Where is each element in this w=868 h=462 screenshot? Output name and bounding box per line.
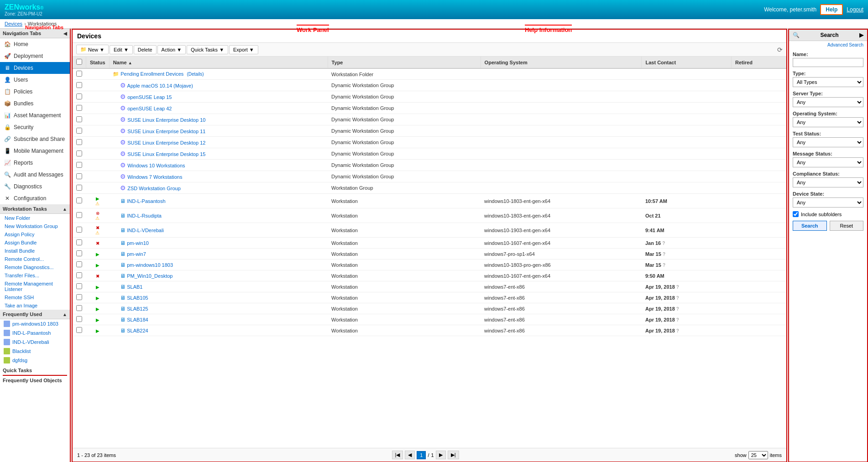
include-subfolders-checkbox[interactable] — [793, 211, 799, 217]
col-name[interactable]: Name ▲ — [109, 57, 328, 68]
server-type-select[interactable]: Any — [793, 97, 863, 107]
row-name-link[interactable]: SLAB105 — [127, 295, 148, 301]
sidebar-item-diagnostics[interactable]: 🔧 Diagnostics — [0, 181, 70, 192]
row-checkbox[interactable] — [76, 173, 82, 179]
help-button[interactable]: Help — [820, 4, 843, 15]
toolbar-action-btn[interactable]: Action ▼ — [157, 45, 186, 54]
row-name-link[interactable]: IND-L-Pasantosh — [127, 198, 165, 204]
row-checkbox[interactable] — [76, 93, 82, 99]
row-name-link[interactable]: PM_Win10_Desktop — [127, 273, 173, 279]
row-name-link[interactable]: IND-L-Rsudipta — [127, 213, 162, 218]
col-type[interactable]: Type — [328, 57, 481, 68]
task-assign-policy[interactable]: Assign Policy — [0, 230, 70, 239]
device-state-select[interactable]: Any — [793, 197, 863, 208]
row-checkbox[interactable] — [76, 197, 82, 203]
row-name-link[interactable]: Pending Enrollment Devices — [120, 71, 183, 77]
col-retired[interactable]: Retired — [732, 57, 786, 68]
row-name-link[interactable]: SLAB125 — [127, 306, 148, 311]
row-checkbox[interactable] — [76, 316, 82, 322]
sidebar-item-bundles[interactable]: 📦 Bundles — [0, 98, 70, 109]
sidebar-item-devices[interactable]: 🖥 Devices — [0, 62, 70, 74]
freq-item-pm-windows10[interactable]: pm-windows10 1803 — [0, 319, 70, 328]
msg-status-select[interactable]: Any — [793, 157, 863, 167]
items-per-page-select[interactable]: 25 50 100 — [748, 451, 768, 459]
compliance-select[interactable]: Any — [793, 177, 863, 187]
task-new-folder[interactable]: New Folder — [0, 214, 70, 222]
row-checkbox[interactable] — [76, 71, 82, 77]
row-checkbox[interactable] — [76, 212, 82, 218]
toolbar-delete-btn[interactable]: Delete — [134, 45, 157, 54]
help-icon[interactable]: ? — [663, 252, 665, 257]
row-checkbox[interactable] — [76, 105, 82, 111]
row-checkbox[interactable] — [76, 151, 82, 156]
row-name-link[interactable]: SUSE Linux Enterprise Desktop 10 — [127, 117, 205, 123]
type-select[interactable]: All Types Workstation Workstation Group … — [793, 77, 863, 87]
row-checkbox[interactable] — [76, 162, 82, 168]
toolbar-new-btn[interactable]: 📁 New ▼ — [76, 45, 109, 54]
reset-btn[interactable]: Reset — [830, 221, 864, 231]
task-remote-mgmt[interactable]: Remote Management Listener — [0, 280, 70, 293]
row-checkbox[interactable] — [76, 294, 82, 300]
sidebar-item-deployment[interactable]: 🚀 Deployment — [0, 50, 70, 62]
next-page-btn[interactable]: ▶ — [436, 451, 446, 459]
breadcrumb-devices[interactable]: Devices — [5, 21, 22, 26]
sidebar-item-configuration[interactable]: ✕ Configuration — [0, 192, 70, 204]
help-icon[interactable]: ? — [676, 306, 679, 311]
task-assign-bundle[interactable]: Assign Bundle — [0, 239, 70, 247]
task-new-group[interactable]: New Workstation Group — [0, 222, 70, 230]
row-name-link[interactable]: SUSE Linux Enterprise Desktop 11 — [127, 129, 205, 134]
help-icon[interactable]: ? — [663, 263, 665, 268]
row-name-link[interactable]: Apple macOS 10.14 (Mojave) — [127, 83, 193, 88]
row-checkbox[interactable] — [76, 261, 82, 267]
row-name-link[interactable]: openSUSE Leap 42 — [127, 106, 172, 111]
logout-link[interactable]: Logout — [847, 6, 863, 13]
row-name-link[interactable]: SUSE Linux Enterprise Desktop 15 — [127, 151, 205, 157]
search-collapse-icon[interactable]: ▶ — [859, 32, 863, 38]
row-checkbox[interactable] — [76, 128, 82, 134]
sidebar-item-policies[interactable]: 📋 Policies — [0, 86, 70, 98]
row-checkbox[interactable] — [76, 239, 82, 245]
advanced-search-link[interactable]: Advanced Search — [789, 41, 867, 49]
row-name-link[interactable]: Windows 7 Workstations — [127, 174, 182, 180]
help-icon[interactable]: ? — [676, 317, 679, 322]
name-search-input[interactable] — [793, 58, 863, 67]
task-remote-ssh[interactable]: Remote SSH — [0, 293, 70, 301]
help-icon[interactable]: ? — [676, 328, 679, 333]
ws-tasks-toggle[interactable]: ▲ — [63, 207, 67, 212]
nav-toggle[interactable]: ◀ — [63, 31, 67, 36]
row-name-link[interactable]: openSUSE Leap 15 — [127, 94, 172, 100]
row-name-link[interactable]: Windows 10 Workstations — [127, 163, 185, 168]
row-name-link[interactable]: pm-win10 — [127, 240, 149, 246]
prev-page-btn[interactable]: ◀ — [405, 451, 415, 459]
sidebar-item-users[interactable]: 👤 Users — [0, 74, 70, 86]
toolbar-export-btn[interactable]: Export ▼ — [229, 45, 258, 54]
sidebar-item-asset-management[interactable]: 📊 Asset Management — [0, 109, 70, 121]
help-icon[interactable]: ? — [662, 241, 665, 246]
row-name-link[interactable]: pm-win7 — [127, 251, 146, 257]
os-select[interactable]: Any — [793, 117, 863, 127]
sidebar-item-subscribe[interactable]: 🔗 Subscribe and Share — [0, 133, 70, 145]
task-install-bundle[interactable]: Install Bundle — [0, 247, 70, 255]
test-status-select[interactable]: Any — [793, 137, 863, 147]
sidebar-item-mobile[interactable]: 📱 Mobile Management — [0, 145, 70, 157]
freq-toggle[interactable]: ▲ — [63, 312, 67, 317]
row-checkbox[interactable] — [76, 82, 82, 88]
task-take-image[interactable]: Take an Image — [0, 301, 70, 310]
refresh-icon[interactable]: ⟳ — [777, 46, 783, 53]
col-status[interactable]: Status — [86, 57, 110, 68]
sidebar-item-audit[interactable]: 🔍 Audit and Messages — [0, 169, 70, 181]
row-name-link[interactable]: SLAB224 — [127, 328, 148, 333]
row-name-link[interactable]: ZSD Workstation Group — [127, 186, 181, 191]
first-page-btn[interactable]: |◀ — [392, 451, 403, 459]
row-checkbox[interactable] — [76, 305, 82, 311]
task-remote-diagnostics[interactable]: Remote Diagnostics... — [0, 263, 70, 271]
row-name-link[interactable]: SLAB184 — [127, 317, 148, 322]
task-remote-control[interactable]: Remote Control... — [0, 255, 70, 263]
col-contact[interactable]: Last Contact — [642, 57, 732, 68]
freq-item-ind-l-pasantosh[interactable]: IND-L-Pasantosh — [0, 328, 70, 337]
row-name-link[interactable]: SUSE Linux Enterprise Desktop 12 — [127, 140, 205, 145]
row-checkbox[interactable] — [76, 185, 82, 191]
sidebar-item-home[interactable]: 🏠 Home — [0, 38, 70, 50]
sidebar-item-security[interactable]: 🔒 Security — [0, 121, 70, 133]
freq-item-blacklist[interactable]: Blacklist — [0, 347, 70, 356]
